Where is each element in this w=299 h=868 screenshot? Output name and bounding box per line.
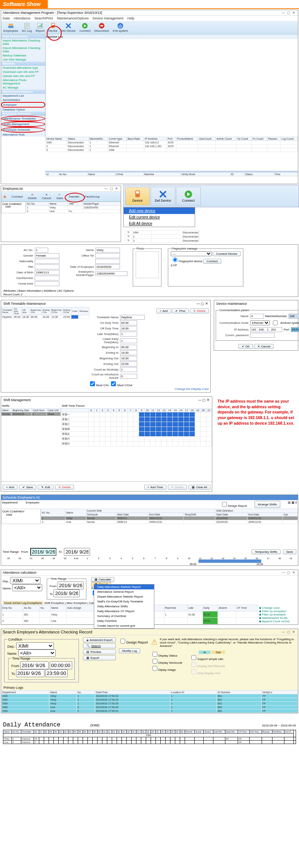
tt-add[interactable]: + Add [156, 309, 171, 313]
device-maint-window: Device maintenance Communication param N… [214, 300, 298, 351]
window-controls: —▢✕ [281, 11, 296, 15]
svg-rect-2 [8, 26, 13, 28]
menu-add-device[interactable]: Add new device [124, 208, 195, 214]
employee-list-window: EmployeeList—▢✕ ▣ Connect ✕Delete ✕Cance… [1, 186, 121, 242]
device-btn[interactable]: Device [48, 22, 57, 32]
banner: Software Show [0, 0, 48, 8]
search-window: Search Employee's Attendance Checking Re… [1, 629, 298, 714]
daily-report-table: NameAC-NoTimetable2627282930010203040506… [3, 730, 296, 744]
window-title: Attendance Management Program - [Temp-Su… [3, 11, 102, 15]
log-table: IdAc-NoNamesTimeMachineVerify ModeIDStat… [45, 172, 298, 176]
menu-edit-all[interactable]: Edit All device [124, 220, 195, 227]
svg-rect-5 [38, 26, 39, 28]
connect-btn[interactable]: Connect [79, 22, 90, 32]
export-btn[interactable]: ▦ Export [83, 655, 116, 660]
exit-btn[interactable]: Exit system [113, 22, 128, 32]
min-icon[interactable]: — [281, 11, 286, 15]
max-icon[interactable]: ▢ [286, 11, 291, 15]
search-btn[interactable]: 🔍 Search [83, 644, 116, 648]
report-btn[interactable]: Report [36, 22, 44, 32]
adv-export[interactable]: ⬙ Advanced Export [83, 638, 116, 642]
delete-mini[interactable]: ✕Delete [28, 193, 37, 200]
tt-prior[interactable]: ✔ Prior [172, 309, 189, 313]
acno-input[interactable] [35, 248, 48, 252]
svg-rect-15 [136, 191, 139, 193]
schedule-table: AC No.NameCurrent ShiftShift DefinitionS… [41, 509, 298, 524]
disconnect-btn[interactable]: Disconnect [94, 22, 109, 32]
close-icon[interactable]: ✕ [291, 11, 296, 15]
main-pane: Machine List Device NameStatusMachineNo.… [45, 34, 298, 184]
svg-point-1 [11, 24, 13, 26]
modify-log-btn[interactable]: Modify Log [119, 648, 140, 653]
timetable-window: Shift Timetable Maintenance — ▢ ✕ Timeta… [1, 300, 211, 393]
calc-window: Attendance calculation—▢✕ Dep.: XIMI Nam… [1, 570, 298, 625]
primary-logs-table: DepartmentNameNo.Date/TimeLocation IDID … [1, 690, 298, 713]
employee-form: AC No. Gender Nationality Title Date of … [1, 244, 298, 297]
big-connect-btn[interactable]: Connect [176, 187, 201, 205]
ip-note: The IP address must the same as your dev… [215, 396, 299, 492]
devmaint-cancel[interactable]: ✕ Cancel [254, 344, 274, 349]
gender-input[interactable] [35, 253, 59, 258]
timetable-grid: Timetable NameOn-duty TimeOff-dutyBeginn… [1, 307, 89, 319]
calc-btn[interactable]: ▦ Calculate [91, 577, 114, 582]
facegroup[interactable]: FaceGroup [85, 195, 100, 198]
titlebar: Attendance Management Program - [Temp-Su… [1, 10, 298, 16]
temp-shifts-btn[interactable]: Temporary Shifts [252, 549, 281, 554]
report-popup: Daily Attendance Statistic ReportAttenda… [94, 584, 154, 629]
employees-btn[interactable]: Employees [3, 22, 18, 32]
main-window: Attendance Management Program - [Temp-Su… [1, 10, 298, 184]
device-dropdown: Add new device Edit current device Edit … [123, 207, 195, 227]
save-mini[interactable]: ✔Save [56, 193, 63, 200]
svg-rect-12 [100, 25, 103, 27]
name-input[interactable] [95, 248, 120, 252]
sched-save-btn[interactable]: Save [283, 549, 296, 554]
deldevice-btn[interactable]: Del Device [61, 22, 76, 32]
sidebar: Data Maintenance Import Attendance Check… [1, 34, 46, 137]
svg-rect-9 [52, 24, 54, 25]
shift-mgmt-window: Shift Management— ▢ ✕ Shifts NameBeginni… [1, 396, 212, 492]
arrange-shifts-btn[interactable]: Arrange Shifts [255, 501, 280, 508]
connect-mini[interactable]: Connect [12, 195, 23, 198]
aclog-btn[interactable]: AC Log [22, 22, 32, 32]
devmaint-ok[interactable]: ✔ OK [238, 344, 253, 349]
tt-delete[interactable]: ✕ Delete [190, 309, 209, 313]
big-del-btn[interactable]: Del Device [151, 187, 175, 205]
device-mini-list: ↻XIMIDisconnected↻2Disconnected↻3Disconn… [125, 230, 200, 243]
svg-rect-7 [41, 24, 42, 28]
svg-point-0 [9, 24, 11, 26]
preview-btn[interactable]: ▤ Preview [83, 650, 116, 654]
tab-machine-list[interactable]: Machine List [45, 34, 298, 39]
main-toolbar: Employees AC Log Report Device Del Devic… [1, 21, 298, 34]
big-device-btn[interactable]: Device [125, 187, 150, 205]
svg-rect-6 [40, 25, 41, 28]
connect-device-btn[interactable]: Connect Device [213, 251, 240, 256]
employee-table: AC No.NameTitleMobile/Pager1Vicky1382034… [26, 202, 121, 213]
schedule-window: Schedule Employee's AC Department: Emplo… [1, 495, 298, 566]
menubar: Data Attendance Search/Print Maintenance… [1, 16, 298, 21]
device-btn2[interactable]: ▣ [3, 195, 6, 198]
gantt-table: 0123456789101112131415161718192021星期一星期二… [61, 408, 212, 446]
device-table: Device NameStatusMachineNo.Comm typeBaud… [45, 137, 298, 152]
menu-edit-current[interactable]: Edit current device [124, 214, 195, 220]
transfer-mini[interactable]: Transfer [68, 195, 80, 198]
cancel-mini[interactable]: ✕Cancel [42, 193, 51, 200]
